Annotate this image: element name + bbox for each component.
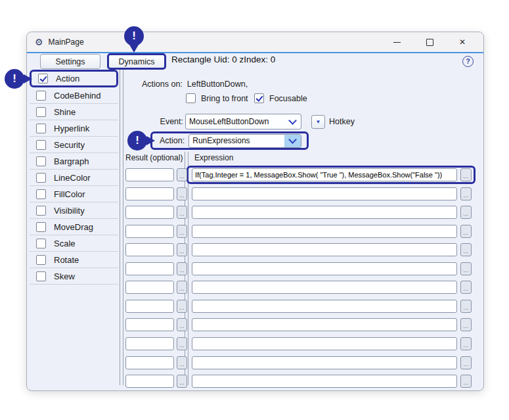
result-input[interactable] (125, 187, 174, 200)
sidebar-item-checkbox[interactable] (36, 124, 46, 133)
expression-input[interactable] (192, 262, 457, 275)
expression-row: ... ... (27, 318, 483, 331)
badge-pointer-right-icon (146, 136, 155, 145)
hotkey-dropdown-button[interactable]: ▼ (311, 115, 325, 129)
result-input[interactable] (125, 262, 174, 275)
titlebar: ⚙ MainPage ✕ (27, 32, 483, 52)
bring-to-front-option[interactable]: Bring to front (186, 93, 248, 103)
expression-input[interactable] (192, 300, 457, 313)
expression-browse-button[interactable]: ... (460, 262, 472, 275)
sidebar-item-action[interactable]: Action (30, 70, 118, 87)
sidebar-item-shine[interactable]: Shine (30, 104, 118, 120)
exclamation-badge-action-dropdown: ! (127, 131, 147, 151)
sidebar-item-label: Security (54, 140, 85, 150)
expression-row: ... ... (27, 337, 483, 350)
sidebar-item-checkbox[interactable] (36, 140, 46, 150)
sidebar-item-security[interactable]: Security (30, 137, 118, 153)
expression-input[interactable] (192, 187, 457, 200)
expression-column-header: Expression (194, 153, 233, 162)
expression-browse-button[interactable]: ... (460, 225, 472, 238)
expression-row: ... ... (27, 243, 483, 256)
expression-browse-button[interactable]: ... (460, 318, 472, 331)
result-input[interactable] (125, 375, 174, 388)
expression-input[interactable]: If(Tag.Integer = 1, MessageBox.Show( "Tr… (192, 168, 457, 181)
expression-row: ... If(Tag.Integer = 1, MessageBox.Show(… (27, 168, 483, 181)
help-icon[interactable]: ? (462, 56, 474, 67)
result-browse-button[interactable]: ... (177, 337, 187, 350)
expression-browse-button[interactable]: ... (460, 375, 472, 388)
sidebar-item-checkbox[interactable] (36, 156, 46, 166)
expression-browse-button[interactable]: ... (460, 281, 472, 294)
maximize-button[interactable] (424, 37, 435, 47)
result-browse-button[interactable]: ... (177, 356, 187, 369)
result-input[interactable] (125, 337, 174, 350)
window-controls: ✕ (391, 37, 477, 47)
sidebar-item-checkbox[interactable] (36, 107, 46, 117)
expression-input[interactable] (192, 375, 457, 388)
result-browse-button[interactable]: ... (177, 281, 187, 294)
result-input[interactable] (125, 356, 174, 369)
result-browse-button[interactable]: ... (177, 262, 187, 275)
minimize-button[interactable] (391, 37, 402, 47)
expression-browse-button[interactable]: ... (460, 206, 472, 219)
result-input[interactable] (125, 281, 174, 294)
result-browse-button[interactable]: ... (177, 206, 187, 219)
expression-browse-button[interactable]: ... (460, 243, 472, 256)
result-browse-button[interactable]: ... (177, 243, 187, 256)
focusable-label: Focusable (269, 94, 307, 103)
result-input[interactable] (125, 243, 174, 256)
result-browse-button[interactable]: ... (177, 168, 187, 181)
result-input[interactable] (125, 318, 174, 331)
sidebar-item-hyperlink[interactable]: Hyperlink (30, 120, 118, 137)
result-browse-button[interactable]: ... (177, 187, 187, 200)
chevron-down-icon[interactable] (284, 135, 301, 147)
expression-row: ... ... (27, 300, 483, 313)
expression-input[interactable] (192, 318, 457, 331)
expression-input[interactable] (192, 356, 457, 369)
expression-browse-button[interactable]: ... (460, 356, 472, 369)
rectangle-info-label: Rectangle Uid: 0 zIndex: 0 (171, 55, 275, 64)
expression-input[interactable] (192, 243, 457, 256)
sidebar-item-codebehind[interactable]: CodeBehind (30, 87, 118, 104)
titlebar-accent-line (27, 52, 483, 53)
bring-to-front-label: Bring to front (201, 94, 248, 103)
result-browse-button[interactable]: ... (177, 300, 187, 313)
actions-on-value: LeftButtonDown, (187, 80, 248, 89)
expression-input[interactable] (192, 206, 457, 219)
result-input[interactable] (125, 168, 174, 181)
action-dropdown[interactable]: RunExpressions (188, 134, 301, 148)
expression-browse-button[interactable]: ... (460, 168, 472, 181)
expression-browse-button[interactable]: ... (460, 300, 472, 313)
expression-row: ... ... (27, 225, 483, 238)
sidebar-item-checkbox[interactable] (36, 91, 46, 101)
chevron-down-icon[interactable] (284, 114, 301, 129)
event-dropdown[interactable]: MouseLeftButtonDown (185, 114, 301, 129)
result-input[interactable] (125, 300, 174, 313)
expression-input[interactable] (192, 225, 457, 238)
close-button[interactable]: ✕ (457, 37, 468, 47)
bring-to-front-checkbox[interactable] (186, 93, 196, 103)
result-input[interactable] (125, 225, 174, 238)
event-label: Event: (132, 117, 183, 126)
sidebar-item-label: Shine (54, 107, 76, 117)
expression-browse-button[interactable]: ... (460, 187, 472, 200)
sidebar-item-label: Bargraph (54, 156, 89, 166)
expression-row: ... ... (27, 356, 483, 369)
expression-row: ... ... (27, 375, 483, 388)
sidebar-item-checkbox[interactable] (38, 74, 48, 83)
triangle-down-icon: ▼ (316, 119, 321, 125)
action-label: Action: (160, 136, 185, 145)
tab-dynamics[interactable]: Dynamics (107, 53, 166, 70)
result-browse-button[interactable]: ... (177, 375, 187, 388)
result-browse-button[interactable]: ... (177, 318, 187, 331)
tab-settings[interactable]: Settings (40, 54, 100, 69)
result-browse-button[interactable]: ... (177, 225, 187, 238)
focusable-option[interactable]: Focusable (254, 93, 307, 103)
focusable-checkbox[interactable] (254, 93, 264, 103)
result-input[interactable] (125, 206, 174, 219)
sidebar-item-bargraph[interactable]: Bargraph (30, 153, 118, 170)
expression-input[interactable] (192, 281, 457, 294)
minimize-icon (393, 42, 401, 43)
expression-browse-button[interactable]: ... (460, 337, 472, 350)
expression-input[interactable] (192, 337, 457, 350)
